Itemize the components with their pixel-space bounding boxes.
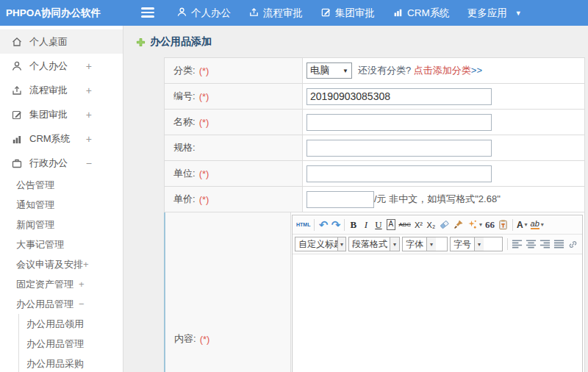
field-label: 内容: [174,332,196,346]
required-mark: (*) [199,117,209,128]
paragraph-format-select[interactable]: 段落格式 ▾ [348,237,400,251]
form-row-content: 内容: (*) HTML ↶ ↷ B I U A ABC [164,212,585,372]
dropdown-caret-icon: ▾ [541,221,544,228]
toolbar-separator [507,238,508,250]
submenu-meeting-apply[interactable]: 会议申请及安排+ [0,254,123,274]
font-family-select[interactable]: 字体 ▾ [402,237,448,251]
unit-input[interactable] [306,165,492,182]
expand-plus-icon[interactable]: + [86,85,92,96]
toolbar-separator [314,219,315,231]
sidebar-item-admin-office[interactable]: 行政办公 − [0,151,123,175]
topnav-group-approval[interactable]: 集团审批 [320,7,375,20]
unit-label-cell: 单位: (*) [165,161,303,187]
format-clear-button[interactable] [437,218,451,232]
auto-typeset-button[interactable]: ▾ [465,218,484,232]
undo-icon[interactable]: ↶ [317,218,329,232]
submenu-announcement-mgmt[interactable]: 公告管理 [0,175,123,195]
align-center-icon [526,239,537,249]
strikethrough-button[interactable]: ABC [397,218,412,232]
expand-plus-icon[interactable]: + [86,60,92,72]
paste-button[interactable] [496,218,510,232]
align-right-button[interactable] [538,237,552,251]
field-label: 规格: [173,141,196,154]
sidebar-item-personal-office[interactable]: 个人办公 + [0,54,123,78]
align-center-button[interactable] [524,237,538,251]
select-caret-icon: ▼ [343,68,348,74]
category-selected-value: 电脑 [310,64,329,77]
editor-content-area[interactable] [293,254,582,372]
toolbar-separator [512,219,513,231]
sparkle-icon [467,219,478,230]
expand-plus-icon[interactable]: + [79,279,85,290]
brush-icon [453,219,464,230]
price-input[interactable] [306,191,374,208]
sidebar-item-desktop[interactable]: 个人桌面 [0,29,123,54]
submenu-supplies-manage[interactable]: 办公用品管理 [19,334,123,354]
workflow-icon [248,7,259,20]
collapse-minus-icon[interactable]: − [86,157,92,169]
align-justify-button[interactable] [552,237,566,251]
submenu-label: 会议申请及安排 [16,258,83,271]
sidebar-item-crm[interactable]: CRM系统 + [0,126,123,151]
submenu-office-supplies-mgmt[interactable]: 办公用品管理− [0,294,123,314]
expand-plus-icon[interactable]: + [83,259,89,270]
dropdown-caret-icon: ▾ [479,221,482,228]
field-label: 名称: [173,115,196,129]
redo-icon[interactable]: ↷ [329,218,342,232]
submenu-memorabilia-mgmt[interactable]: 大事记管理 [0,235,123,254]
topnav-more-apps[interactable]: 更多应用 ▼ [467,7,522,20]
add-category-arrows[interactable]: >> [471,65,482,76]
sidebar-item-label: 集团审批 [29,108,68,121]
submenu-supplies-receive[interactable]: 办公用品领用 [19,314,123,334]
app-brand: PHPOA协同办公软件 [6,0,101,26]
char-border-button[interactable]: A [387,219,396,230]
submenu-news-mgmt[interactable]: 新闻管理 [0,215,123,235]
insert-link-button[interactable] [566,237,580,251]
topnav-label: CRM系统 [407,7,450,20]
italic-button[interactable]: I [359,218,372,232]
submenu-label: 固定资产管理 [16,278,74,291]
expand-plus-icon[interactable]: + [86,133,92,145]
required-mark: (*) [200,334,210,345]
underline-button[interactable]: U [372,218,384,232]
top-navigation-bar: PHPOA协同办公软件 个人办公 流程审批 集团审批 CRM系统 更多应用 ▼ [0,0,588,26]
font-color-button[interactable]: A ▾ [515,218,529,232]
font-size-select[interactable]: 字号 ▾ [450,237,503,251]
collapse-minus-icon[interactable]: − [79,298,85,310]
submenu-supplies-purchase[interactable]: 办公用品采购 [19,354,123,372]
expand-plus-icon[interactable]: + [86,109,92,121]
format-brush-button[interactable] [451,218,465,232]
form-row-price: 单价: (*) /元 非中文，如填写格式"2.68" [164,187,585,212]
category-select[interactable]: 电脑 ▼ [306,62,352,79]
page-title: 办公用品添加 [136,35,212,49]
sidebar-item-label: 个人桌面 [29,35,68,49]
html-source-button[interactable]: HTML [295,218,312,232]
sidebar-item-label: 行政办公 [29,157,68,170]
editor-toolbar-row2: 自定义标题 ▾ 段落格式 ▾ 字体 ▾ 字号 ▾ [293,235,582,254]
align-left-button[interactable] [510,237,524,251]
sidebar-item-workflow-approval[interactable]: 流程审批 + [0,78,123,102]
submenu-fixed-assets[interactable]: 固定资产管理+ [0,274,123,294]
name-input[interactable] [306,114,492,131]
blockquote-button[interactable]: 66 [484,218,496,232]
custom-title-select[interactable]: 自定义标题 ▾ [295,237,346,251]
superscript-button[interactable]: X² [412,218,425,232]
combo-label: 字号 [451,238,474,251]
hamburger-menu-icon[interactable] [141,7,156,18]
topnav-personal-office[interactable]: 个人办公 [176,7,231,20]
topnav-workflow-approval[interactable]: 流程审批 [248,7,303,20]
field-label: 分类: [173,64,196,77]
topnav-crm-system[interactable]: CRM系统 [392,7,450,20]
subscript-button[interactable]: X₂ [425,218,437,232]
spec-input[interactable] [306,140,492,157]
submenu-notice-mgmt[interactable]: 通知管理 [0,195,123,215]
add-category-link[interactable]: 点击添加分类 [414,65,471,76]
highlight-color-button[interactable]: ab ▾ [529,218,545,232]
sidebar-item-group-approval[interactable]: 集团审批 + [0,102,123,126]
link-icon [567,239,578,250]
sidebar-item-label: 流程审批 [29,84,68,97]
bold-button[interactable]: B [347,218,359,232]
code-input[interactable] [306,88,492,105]
submenu-label: 通知管理 [16,198,54,212]
bar-chart-icon [392,7,404,20]
